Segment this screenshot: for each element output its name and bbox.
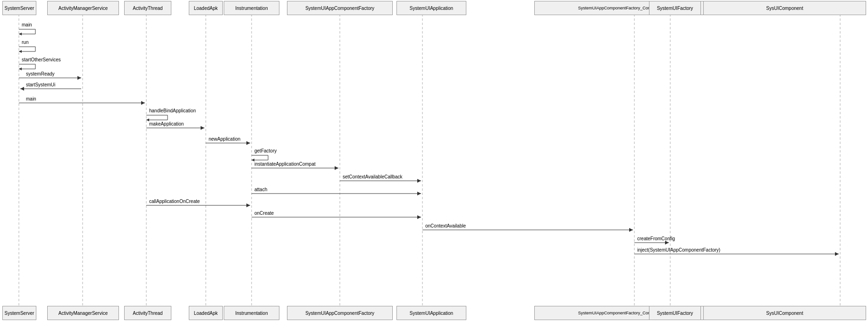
svg-text:startOtherServices: startOtherServices [22, 57, 61, 62]
svg-marker-26 [146, 118, 149, 121]
lifeline-instrumentation-top: Instrumentation [224, 1, 279, 15]
lifeline-systemuiappcomponentfactory-top: SystemUIAppComponentFactory [287, 1, 393, 15]
sequence-diagram: main run startOtherServices systemReady … [0, 0, 868, 321]
svg-marker-32 [246, 141, 250, 145]
svg-text:setContextAvailableCallback: setContextAvailableCallback [343, 174, 403, 179]
svg-text:newApplication: newApplication [209, 136, 240, 142]
svg-text:run: run [22, 40, 28, 45]
lifeline-instrumentation-bottom: Instrumentation [224, 306, 279, 320]
svg-marker-15 [19, 68, 22, 70]
lifeline-activitymanagerservice-top: ActivityManagerService [47, 1, 119, 15]
svg-marker-46 [246, 203, 250, 207]
svg-marker-55 [665, 241, 669, 245]
svg-marker-52 [629, 228, 633, 232]
svg-text:onCreate: onCreate [254, 211, 274, 216]
lifeline-systemuifactory-top: SystemUIFactory [649, 1, 701, 15]
svg-marker-24 [141, 101, 145, 105]
svg-marker-29 [201, 126, 204, 130]
svg-marker-11 [19, 33, 22, 35]
lifeline-systemuiapplication-bottom: SystemUIApplication [396, 306, 466, 320]
svg-marker-13 [19, 50, 22, 53]
lifeline-systemserver-bottom: SystemServer [2, 306, 36, 320]
svg-marker-37 [335, 166, 338, 170]
svg-text:callApplicationOnCreate: callApplicationOnCreate [149, 199, 200, 204]
lifeline-systemuiappcomponentfactory-bottom: SystemUIAppComponentFactory [287, 306, 393, 320]
lifeline-sysuicomponent-top: SysUIComponent [703, 1, 866, 15]
lifeline-systemuifactory-bottom: SystemUIFactory [649, 306, 701, 320]
svg-text:attach: attach [254, 187, 267, 192]
lifeline-loadedapk-bottom: LoadedApk [189, 306, 223, 320]
svg-text:onContextAvailable: onContextAvailable [425, 223, 466, 228]
lifeline-activitythread-top: ActivityThread [124, 1, 171, 15]
svg-marker-34 [252, 159, 254, 161]
svg-marker-58 [835, 252, 839, 256]
svg-text:makeApplication: makeApplication [149, 121, 184, 127]
svg-marker-21 [20, 87, 24, 91]
svg-text:handleBindApplication: handleBindApplication [149, 108, 196, 113]
svg-marker-40 [417, 179, 421, 183]
lifeline-systemuiapplication-top: SystemUIApplication [396, 1, 466, 15]
svg-text:main: main [22, 22, 32, 27]
lifeline-loadedapk-top: LoadedApk [189, 1, 223, 15]
svg-text:inject(SystemUIAppComponentFac: inject(SystemUIAppComponentFactory) [637, 247, 720, 253]
svg-marker-18 [77, 76, 81, 80]
lifeline-systemserver-top: SystemServer [2, 1, 36, 15]
lifeline-sysuicomponent-bottom: SysUIComponent [703, 306, 866, 320]
svg-text:getFactory: getFactory [254, 148, 277, 153]
svg-text:startSystemUi: startSystemUi [26, 82, 55, 87]
lifeline-activitymanagerservice-bottom: ActivityManagerService [47, 306, 119, 320]
diagram-svg: main run startOtherServices systemReady … [0, 0, 868, 321]
svg-marker-43 [417, 192, 421, 195]
svg-marker-49 [417, 215, 421, 219]
svg-text:createFromConfig: createFromConfig [637, 236, 675, 241]
svg-text:instantiateApplicationCompat: instantiateApplicationCompat [254, 161, 316, 167]
lifeline-activitythread-bottom: ActivityThread [124, 306, 171, 320]
svg-text:systemReady: systemReady [26, 71, 55, 76]
svg-text:main: main [26, 96, 36, 101]
